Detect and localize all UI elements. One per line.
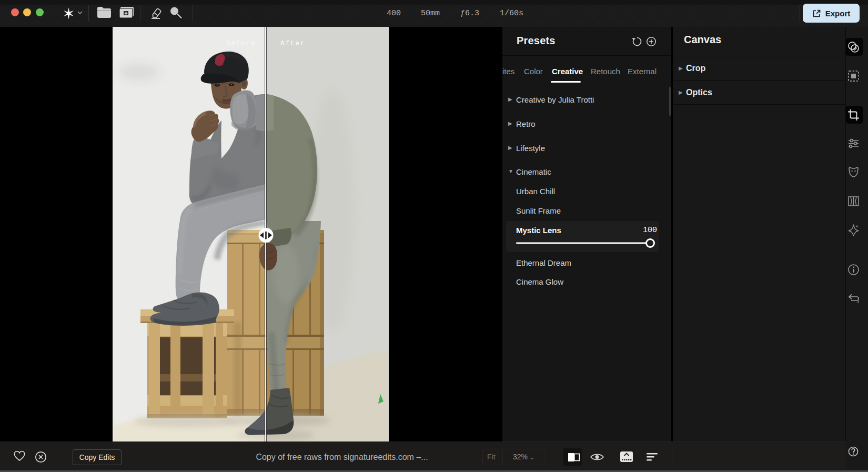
svg-text:After: After — [280, 39, 305, 47]
svg-text:Before: Before — [226, 39, 256, 47]
